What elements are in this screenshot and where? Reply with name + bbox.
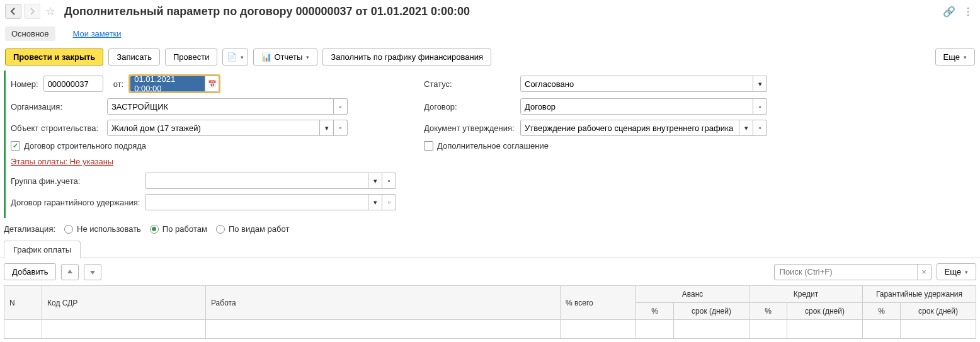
- table-more-button[interactable]: Еще ▾: [937, 263, 976, 280]
- col-advance[interactable]: Аванс: [636, 286, 749, 303]
- contract-open-button[interactable]: ▫: [753, 98, 767, 115]
- additional-agreement-checkbox[interactable]: Дополнительное соглашение: [424, 141, 549, 151]
- report-icon: 📊: [261, 52, 271, 62]
- chevron-down-icon: ▾: [758, 80, 762, 88]
- subnav-notes[interactable]: Мои заметки: [67, 26, 128, 41]
- nav-forward-button[interactable]: [24, 4, 40, 19]
- col-credit[interactable]: Кредит: [749, 286, 863, 303]
- detail-works-label: По работам: [162, 224, 207, 234]
- construction-contract-label: Договор строительного подряда: [24, 141, 146, 151]
- guarantee-contract-open-button[interactable]: ▫: [382, 194, 396, 210]
- contract-label: Договор:: [424, 102, 515, 111]
- more-label: Еще: [943, 52, 960, 62]
- arrow-left-icon: [9, 8, 17, 15]
- detail-radio-none[interactable]: Не использовать: [64, 224, 141, 234]
- arrow-down-icon: [89, 268, 96, 276]
- fin-group-dropdown-button[interactable]: ▾: [368, 173, 382, 189]
- col-advance-term[interactable]: срок (дней): [674, 303, 749, 320]
- radio-unchecked-icon: [216, 225, 225, 234]
- col-guarantee-term[interactable]: срок (дней): [901, 303, 976, 320]
- col-work[interactable]: Работа: [206, 286, 561, 320]
- object-dropdown-button[interactable]: ▾: [320, 120, 334, 136]
- date-input[interactable]: 01.01.2021 0:00:00: [130, 76, 205, 92]
- reports-button[interactable]: 📊 Отчеты ▾: [253, 48, 317, 66]
- nav-back-button[interactable]: [5, 4, 21, 19]
- more-button[interactable]: Еще ▾: [935, 48, 975, 66]
- guarantee-contract-input[interactable]: [145, 194, 368, 210]
- status-input[interactable]: [520, 76, 753, 92]
- detail-radio-works[interactable]: По работам: [150, 224, 207, 234]
- payment-stages-link[interactable]: Этапы оплаты: Не указаны: [11, 156, 113, 168]
- favorite-star-icon[interactable]: ☆: [43, 4, 58, 19]
- object-input[interactable]: [107, 120, 320, 136]
- detail-work-types-label: По видам работ: [229, 224, 290, 234]
- contract-input[interactable]: [520, 98, 753, 115]
- col-guarantee[interactable]: Гарантийные удержания: [863, 286, 976, 303]
- approval-doc-label: Документ утверждения:: [424, 123, 515, 133]
- number-input[interactable]: [43, 76, 103, 92]
- detail-radio-work-types[interactable]: По видам работ: [216, 224, 290, 234]
- page-title: Дополнительный параметр по договору 0000…: [64, 5, 940, 18]
- org-input[interactable]: [107, 98, 334, 115]
- post-close-button[interactable]: Провести и закрыть: [5, 48, 103, 66]
- col-credit-pct[interactable]: %: [749, 303, 787, 320]
- kebab-menu-icon[interactable]: ⋮: [961, 4, 975, 18]
- calendar-button[interactable]: 📅: [205, 76, 219, 92]
- save-button[interactable]: Записать: [108, 48, 160, 66]
- table-search-input[interactable]: [775, 267, 917, 276]
- chevron-down-icon: ▾: [744, 124, 748, 132]
- open-icon: ▫: [759, 124, 761, 132]
- col-sdr[interactable]: Код СДР: [42, 286, 206, 320]
- fill-schedule-button[interactable]: Заполнить по графику финансирования: [322, 48, 491, 66]
- chevron-down-icon: ▾: [306, 54, 309, 60]
- link-icon[interactable]: 🔗: [942, 4, 956, 18]
- col-credit-term[interactable]: срок (дней): [787, 303, 863, 320]
- status-dropdown-button[interactable]: ▾: [753, 76, 767, 92]
- open-icon: ▫: [339, 103, 342, 110]
- col-advance-pct[interactable]: %: [636, 303, 674, 320]
- col-guarantee-pct[interactable]: %: [863, 303, 901, 320]
- checkbox-unchecked-icon: [424, 141, 433, 151]
- table-row[interactable]: [4, 320, 976, 339]
- open-icon: ▫: [388, 198, 390, 206]
- org-open-button[interactable]: ▫: [334, 98, 348, 115]
- table-more-label: Еще: [945, 267, 961, 276]
- add-row-button[interactable]: Добавить: [4, 263, 56, 280]
- additional-agreement-label: Дополнительное соглашение: [437, 141, 549, 151]
- fin-group-label: Группа фин.учета:: [11, 176, 140, 186]
- chevron-down-icon: ▾: [965, 269, 968, 275]
- chevron-down-icon: ▾: [325, 124, 329, 132]
- guarantee-contract-label: Договор гарантийного удержания:: [11, 198, 140, 207]
- col-pct-total[interactable]: % всего: [561, 286, 636, 320]
- post-button[interactable]: Провести: [165, 48, 218, 66]
- subnav-main[interactable]: Основное: [5, 26, 55, 41]
- col-n[interactable]: N: [4, 286, 42, 320]
- chevron-down-icon: ▾: [373, 177, 377, 185]
- payment-schedule-table: N Код СДР Работа % всего Аванс Кредит Га…: [4, 285, 976, 339]
- table-search-box[interactable]: ×: [774, 264, 932, 280]
- move-up-button[interactable]: [61, 264, 79, 280]
- number-label: Номер:: [11, 79, 38, 89]
- document-icon: 📄: [227, 52, 237, 62]
- arrow-right-icon: [28, 8, 36, 15]
- open-icon: ▫: [759, 103, 761, 110]
- guarantee-contract-dropdown-button[interactable]: ▾: [368, 194, 382, 210]
- open-icon: ▫: [339, 124, 342, 132]
- approval-doc-dropdown-button[interactable]: ▾: [739, 120, 753, 136]
- approval-doc-input[interactable]: [520, 120, 739, 136]
- object-open-button[interactable]: ▫: [334, 120, 348, 136]
- fin-group-input[interactable]: [145, 173, 368, 189]
- detail-none-label: Не использовать: [77, 224, 141, 234]
- create-based-on-button[interactable]: 📄▾: [222, 48, 248, 66]
- fin-group-open-button[interactable]: ▫: [382, 173, 396, 189]
- approval-doc-open-button[interactable]: ▫: [753, 120, 767, 136]
- search-clear-button[interactable]: ×: [917, 265, 931, 280]
- radio-unchecked-icon: [64, 225, 73, 234]
- date-label: от:: [113, 79, 124, 89]
- chevron-down-icon: ▾: [373, 198, 377, 207]
- open-icon: ▫: [388, 177, 390, 185]
- tab-payment-schedule[interactable]: График оплаты: [4, 241, 81, 258]
- construction-contract-checkbox[interactable]: Договор строительного подряда: [11, 141, 146, 151]
- chevron-down-icon: ▾: [964, 54, 967, 60]
- move-down-button[interactable]: [84, 264, 101, 280]
